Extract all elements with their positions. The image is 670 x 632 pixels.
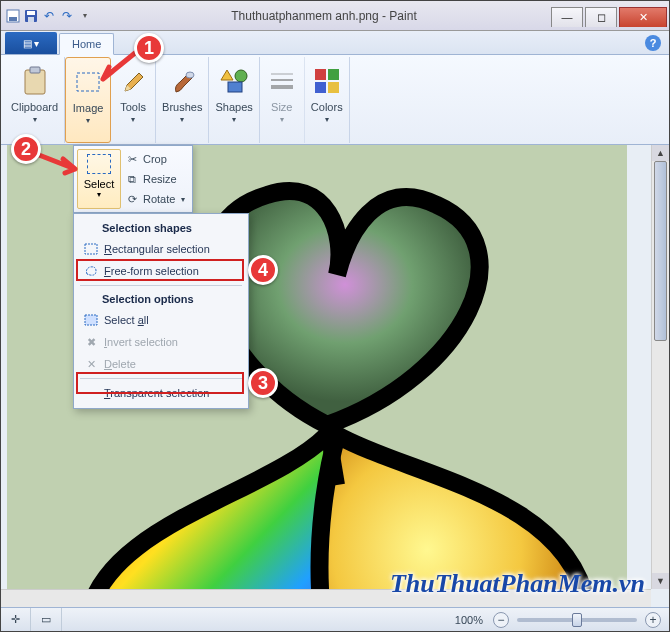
ribbon-group-brushes[interactable]: Brushes ▾	[156, 57, 209, 143]
delete-icon: ✕	[82, 356, 100, 372]
rotate-icon: ⟳	[125, 192, 139, 206]
svg-rect-15	[315, 69, 326, 80]
svg-rect-6	[30, 67, 40, 73]
menu-label: Free-form selection	[104, 265, 199, 277]
menu-item-rectangular[interactable]: Rectangular selection	[76, 238, 246, 260]
svg-rect-11	[228, 82, 242, 92]
select-menu: Selection shapes Rectangular selection F…	[73, 213, 249, 409]
ribbon-group-clipboard[interactable]: Clipboard ▾	[5, 57, 65, 143]
svg-rect-3	[27, 11, 35, 15]
crop-icon: ✂	[125, 152, 139, 166]
window-buttons: — ◻ ✕	[551, 5, 669, 27]
undo-icon[interactable]: ↶	[41, 8, 57, 24]
shapes-label: Shapes	[215, 101, 252, 113]
help-icon[interactable]: ?	[645, 35, 661, 51]
svg-rect-16	[328, 69, 339, 80]
ribbon-group-shapes[interactable]: Shapes ▾	[209, 57, 259, 143]
svg-rect-20	[85, 315, 97, 325]
menu-separator	[80, 285, 242, 286]
invert-selection-icon: ✖	[82, 334, 100, 350]
menu-header-options: Selection options	[76, 289, 246, 309]
svg-rect-19	[85, 244, 97, 254]
menu-label: Transparent selection	[104, 387, 209, 399]
watermark: ThuThuatPhanMem.vn	[390, 569, 645, 599]
file-menu-icon: ▤ ▾	[23, 38, 40, 49]
scroll-up-icon[interactable]: ▲	[652, 145, 669, 161]
ribbon-group-colors[interactable]: Colors ▾	[305, 57, 350, 143]
svg-rect-4	[28, 17, 34, 22]
image-label: Image	[73, 102, 104, 114]
image-dropdown-panel: Select ▾ ✂Crop ⧉Resize ⟳Rotate▾	[73, 145, 193, 213]
svg-marker-9	[221, 70, 233, 80]
vertical-scrollbar[interactable]: ▲ ▼	[651, 145, 669, 589]
menu-item-invert: ✖ Invert selection	[76, 331, 246, 353]
zoom-slider[interactable]	[517, 618, 637, 622]
colors-label: Colors	[311, 101, 343, 113]
menu-label: Invert selection	[104, 336, 178, 348]
close-button[interactable]: ✕	[619, 7, 667, 27]
save-icon[interactable]	[23, 8, 39, 24]
zoom-out-button[interactable]: −	[493, 612, 509, 628]
svg-rect-17	[315, 82, 326, 93]
size-icon	[266, 65, 298, 97]
resize-button[interactable]: ⧉Resize	[125, 169, 189, 189]
select-rect-icon	[87, 154, 111, 174]
quick-access-toolbar: ↶ ↷ ▾	[1, 8, 97, 24]
svg-rect-5	[25, 70, 45, 94]
dropdown-arrow-icon: ▾	[180, 115, 184, 124]
maximize-button[interactable]: ◻	[585, 7, 617, 27]
svg-rect-1	[9, 17, 17, 21]
title-bar: ↶ ↷ ▾ Thuthuatphanmem anh.png - Paint — …	[1, 1, 669, 31]
scroll-down-icon[interactable]: ▼	[652, 573, 669, 589]
ribbon-group-size[interactable]: Size ▾	[260, 57, 305, 143]
svg-rect-18	[328, 82, 339, 93]
menu-item-transparent[interactable]: Transparent selection	[76, 382, 246, 404]
annotation-arrow	[97, 49, 141, 89]
annotation-2: 2	[11, 134, 41, 164]
select-all-icon	[82, 312, 100, 328]
status-cursor-pos: ✛	[1, 608, 31, 631]
scrollbar-thumb[interactable]	[654, 161, 667, 341]
annotation-3: 3	[248, 368, 278, 398]
resize-icon: ⧉	[125, 172, 139, 186]
app-icon	[5, 8, 21, 24]
select-label: Select	[84, 178, 115, 190]
dropdown-arrow-icon: ▾	[86, 116, 90, 125]
annotation-arrow	[35, 147, 83, 177]
annotation-4: 4	[248, 255, 278, 285]
clipboard-label: Clipboard	[11, 101, 58, 113]
status-bar: ✛ ▭ 100% − +	[1, 607, 669, 631]
menu-label: Delete	[104, 358, 136, 370]
dropdown-arrow-icon: ▾	[97, 190, 101, 199]
crop-button[interactable]: ✂Crop	[125, 149, 189, 169]
shapes-icon	[218, 65, 250, 97]
svg-rect-7	[77, 73, 99, 91]
zoom-slider-knob[interactable]	[572, 613, 582, 627]
menu-label: Rectangular selection	[104, 243, 210, 255]
brush-icon	[166, 65, 198, 97]
checkbox-icon	[82, 385, 100, 401]
status-selection-size: ▭	[31, 608, 62, 631]
menu-item-freeform[interactable]: Free-form selection	[76, 260, 246, 282]
crosshair-icon: ✛	[11, 613, 20, 626]
freeform-selection-icon	[82, 263, 100, 279]
file-tab[interactable]: ▤ ▾	[5, 32, 57, 54]
size-label: Size	[271, 101, 292, 113]
selection-size-icon: ▭	[41, 613, 51, 626]
select-button[interactable]: Select ▾	[77, 149, 121, 209]
svg-point-8	[186, 72, 194, 78]
zoom-level: 100%	[445, 608, 493, 631]
brushes-label: Brushes	[162, 101, 202, 113]
colors-icon	[311, 65, 343, 97]
qat-dropdown-icon[interactable]: ▾	[77, 8, 93, 24]
dropdown-arrow-icon: ▾	[131, 115, 135, 124]
svg-point-10	[235, 70, 247, 82]
minimize-button[interactable]: —	[551, 7, 583, 27]
zoom-in-button[interactable]: +	[645, 612, 661, 628]
dropdown-arrow-icon: ▾	[232, 115, 236, 124]
redo-icon[interactable]: ↷	[59, 8, 75, 24]
menu-item-select-all[interactable]: Select all	[76, 309, 246, 331]
menu-separator	[80, 378, 242, 379]
rotate-button[interactable]: ⟳Rotate▾	[125, 189, 189, 209]
menu-item-delete: ✕ Delete	[76, 353, 246, 375]
